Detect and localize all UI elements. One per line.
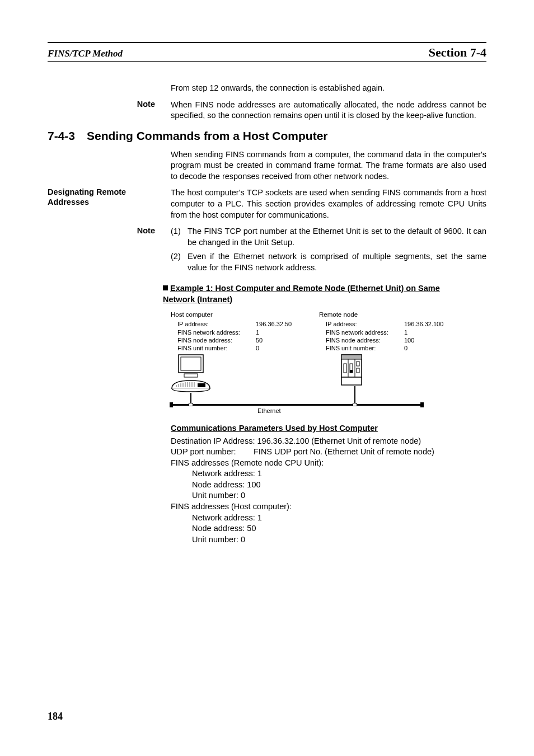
- fins-host-label: FINS addresses (Host computer):: [171, 501, 486, 513]
- diag-value: 50: [256, 336, 319, 344]
- dest-value: 196.36.32.100 (Ethernet Unit of remote n…: [257, 436, 421, 445]
- example-title-line1: Example 1: Host Computer and Remote Node…: [170, 284, 440, 293]
- diag-value: 196.36.32.50: [256, 320, 319, 328]
- note-2: Note (1) The FINS TCP port number at the…: [48, 226, 486, 276]
- designating-row: Designating Remote Addresses The host co…: [48, 187, 486, 220]
- list-number: (2): [171, 251, 188, 273]
- diag-value: 0: [404, 344, 467, 352]
- svg-rect-17: [344, 364, 346, 373]
- section-title: Sending Commands from a Host Computer: [87, 129, 328, 142]
- svg-rect-12: [198, 383, 205, 387]
- plc-icon: [319, 354, 364, 387]
- section-number: 7-4-3: [48, 129, 87, 143]
- svg-rect-20: [357, 361, 359, 366]
- remote-unit: Unit number: 0: [192, 490, 486, 501]
- diag-label: FINS network address:: [177, 328, 256, 336]
- svg-rect-19: [350, 370, 353, 373]
- list-text: The FINS TCP port number at the Ethernet…: [188, 226, 486, 248]
- ethernet-label: Ethernet: [257, 407, 281, 414]
- diag-value: 196.36.32.100: [404, 320, 467, 328]
- diag-label: IP address:: [326, 320, 404, 328]
- remote-net: Network address: 1: [192, 468, 486, 480]
- comm-params: Destination IP Address: 196.36.32.100 (E…: [171, 436, 486, 546]
- note-1: Note When FINS node addresses are automa…: [48, 100, 486, 121]
- intro-text: From step 12 onwards, the connection is …: [171, 83, 486, 94]
- note-label: Note: [48, 226, 171, 276]
- remote-node: Node address: 100: [192, 480, 486, 491]
- designating-text: The host computer's TCP sockets are used…: [171, 187, 486, 220]
- remote-column: Remote node IP address:196.36.32.100 FIN…: [319, 311, 467, 352]
- list-item: (1) The FINS TCP port number at the Ethe…: [171, 226, 486, 248]
- dest-label: Destination IP Address:: [171, 436, 257, 445]
- note-body: When FINS node addresses are automatical…: [171, 100, 486, 121]
- diag-value: 1: [404, 328, 467, 336]
- header-right: Section 7-4: [429, 45, 486, 60]
- diag-value: 100: [404, 336, 467, 344]
- diag-label: FINS unit number:: [177, 344, 256, 352]
- designating-label: Designating Remote Addresses: [48, 187, 171, 220]
- diag-label: FINS node address:: [326, 336, 404, 344]
- host-node: Node address: 50: [192, 523, 486, 534]
- diag-label: FINS unit number:: [326, 344, 404, 352]
- computer-icon: [171, 354, 221, 396]
- svg-rect-22: [341, 377, 362, 385]
- remote-title: Remote node: [319, 311, 467, 319]
- host-net: Network address: 1: [192, 513, 486, 524]
- list-text: Even if the Ethernet network is comprise…: [188, 251, 486, 273]
- svg-rect-21: [357, 368, 359, 373]
- diag-value: 0: [256, 344, 319, 352]
- udp-label: UDP port number:: [171, 447, 254, 458]
- svg-rect-1: [181, 357, 201, 370]
- example-heading: Example 1: Host Computer and Remote Node…: [163, 283, 486, 305]
- page-header: FINS/TCP Method Section 7-4: [48, 45, 486, 62]
- comm-heading: Communications Parameters Used by Host C…: [171, 424, 486, 433]
- header-left: FINS/TCP Method: [48, 48, 123, 59]
- section-intro: When sending FINS commands from a comput…: [171, 149, 486, 182]
- diag-value: 1: [256, 328, 319, 336]
- diag-label: FINS network address:: [326, 328, 404, 336]
- page-number: 184: [48, 711, 63, 722]
- square-bullet-icon: [163, 285, 168, 290]
- list-item: (2) Even if the Ethernet network is comp…: [171, 251, 486, 273]
- host-title: Host computer: [171, 311, 319, 319]
- host-unit: Unit number: 0: [192, 534, 486, 546]
- note-label: Note: [48, 100, 171, 121]
- diag-label: FINS node address:: [177, 336, 256, 344]
- svg-rect-2: [184, 374, 198, 377]
- list-number: (1): [171, 226, 188, 248]
- fins-remote-label: FINS addresses (Remote node CPU Unit):: [171, 458, 486, 469]
- svg-rect-14: [341, 355, 362, 359]
- section-heading: 7-4-3Sending Commands from a Host Comput…: [48, 129, 486, 143]
- example-title-line2: Network (Intranet): [163, 295, 232, 304]
- network-diagram: Host computer IP address:196.36.32.50 FI…: [171, 311, 467, 412]
- udp-value: FINS UDP port No. (Ethernet Unit of remo…: [254, 447, 434, 458]
- host-column: Host computer IP address:196.36.32.50 FI…: [171, 311, 319, 352]
- diag-label: IP address:: [177, 320, 256, 328]
